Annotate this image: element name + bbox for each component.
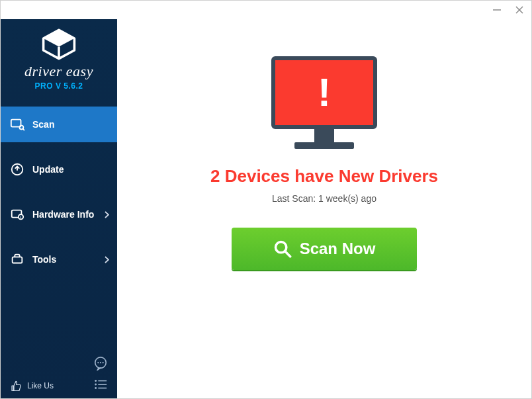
nav-label: Scan: [32, 119, 54, 130]
tools-icon: [10, 252, 24, 267]
svg-line-25: [285, 251, 290, 257]
feedback-button[interactable]: [93, 356, 108, 371]
chevron-right-icon: [105, 256, 109, 263]
svg-point-15: [97, 362, 99, 363]
brand-block: driver easy PRO V 5.6.2: [1, 19, 117, 95]
nav-item-hardware[interactable]: i Hardware Info: [1, 197, 117, 232]
close-icon: [515, 5, 524, 15]
update-icon: [10, 162, 24, 177]
monitor-screen: !: [271, 56, 377, 129]
scan-now-button[interactable]: Scan Now: [232, 228, 417, 270]
nav: Scan Update i Hardware Info: [1, 107, 117, 287]
svg-marker-4: [44, 30, 75, 46]
scan-now-label: Scan Now: [300, 240, 376, 258]
body: driver easy PRO V 5.6.2 Scan Update: [1, 19, 531, 398]
alert-monitor-graphic: !: [271, 56, 377, 149]
search-icon: [273, 240, 292, 258]
main-pane: ! 2 Devices have New Drivers Last Scan: …: [117, 19, 531, 398]
minimize-button[interactable]: [490, 3, 504, 17]
last-scan-text: Last Scan: 1 week(s) ago: [272, 193, 377, 204]
brand-version: PRO V 5.6.2: [35, 81, 83, 91]
close-button[interactable]: [513, 3, 526, 17]
svg-rect-6: [11, 120, 21, 127]
svg-point-7: [19, 126, 23, 130]
chat-icon: [93, 356, 108, 371]
thumbs-up-icon: [10, 380, 22, 392]
svg-point-16: [100, 362, 101, 363]
nav-label: Update: [32, 164, 64, 175]
brand-name: driver easy: [24, 63, 93, 80]
titlebar: [1, 1, 531, 19]
svg-rect-13: [13, 257, 22, 263]
nav-item-scan[interactable]: Scan: [1, 107, 117, 142]
nav-label: Hardware Info: [32, 209, 94, 220]
svg-point-17: [103, 362, 104, 363]
like-us-label: Like Us: [27, 381, 54, 390]
sidebar-footer: Like Us: [1, 380, 117, 392]
nav-item-update[interactable]: Update: [1, 152, 117, 187]
chevron-right-icon: [105, 211, 109, 218]
like-us-button[interactable]: Like Us: [10, 380, 54, 392]
minimize-icon: [492, 5, 502, 15]
svg-line-8: [23, 129, 24, 130]
brand-logo-icon: [41, 28, 77, 60]
monitor-stand: [314, 129, 334, 142]
nav-label: Tools: [32, 254, 56, 265]
exclamation-icon: !: [318, 73, 331, 112]
sidebar: driver easy PRO V 5.6.2 Scan Update: [1, 19, 117, 398]
nav-item-tools[interactable]: Tools: [1, 242, 117, 277]
monitor-base: [294, 142, 354, 149]
hardware-icon: i: [10, 207, 24, 222]
headline-text: 2 Devices have New Drivers: [210, 166, 438, 187]
scan-icon: [10, 117, 24, 132]
app-window: driver easy PRO V 5.6.2 Scan Update: [0, 0, 532, 399]
